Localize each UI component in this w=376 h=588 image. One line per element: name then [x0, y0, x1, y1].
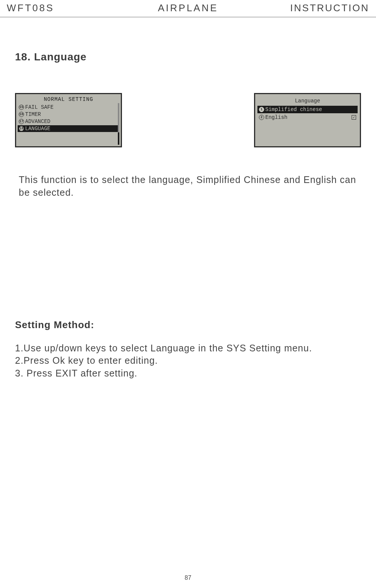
menu-item-label: LANGUAGE: [25, 126, 50, 132]
menu-item-number: 17: [19, 119, 24, 124]
menu-item-number: 1: [259, 107, 264, 112]
page-number: 87: [185, 574, 191, 581]
lcd-menu-item-advanced: 17 ADVANCED: [18, 118, 119, 125]
setting-method-heading: Setting Method:: [15, 319, 376, 331]
step-3: 3. Press EXIT after setting.: [15, 367, 376, 380]
lcd-menu-item-language: 18 LANGUAGE: [18, 125, 119, 132]
lcd-title: NORMAL SETTING: [16, 96, 121, 104]
menu-item-label: FAIL SAFE: [25, 104, 54, 110]
lcd-screenshots-row: NORMAL SETTING 15 FAIL SAFE 16 TIMER 17 …: [15, 93, 361, 147]
step-2: 2.Press Ok key to enter editing.: [15, 354, 376, 367]
section-title: 18. Language: [15, 51, 376, 63]
header-mode: AIRPLANE: [158, 2, 218, 14]
lcd-menu-item-timer: 16 TIMER: [18, 111, 119, 118]
lcd-title: Language: [255, 98, 360, 105]
lcd-language-item-simplified-chinese: 1 Simplified chinese: [257, 106, 358, 113]
menu-item-label: ADVANCED: [25, 118, 50, 124]
menu-item-number: 16: [19, 112, 24, 117]
lcd-language-item-english: 2 English ✓: [257, 114, 358, 121]
menu-item-number: 18: [19, 126, 24, 131]
menu-item-number: 2: [259, 115, 264, 120]
lcd-screen-normal-setting: NORMAL SETTING 15 FAIL SAFE 16 TIMER 17 …: [15, 93, 122, 147]
menu-item-label: Simplified chinese: [265, 106, 322, 112]
lcd-scrollbar: [118, 103, 119, 145]
step-1: 1.Use up/down keys to select Language in…: [15, 342, 376, 355]
lcd-screen-language: Language 1 Simplified chinese 2 English …: [254, 93, 361, 147]
page-header: WFT08S AIRPLANE INSTRUCTION: [0, 0, 376, 17]
header-model: WFT08S: [7, 2, 54, 14]
checkmark-icon: ✓: [352, 115, 356, 120]
lcd-menu-item-fail-safe: 15 FAIL SAFE: [18, 104, 119, 111]
menu-item-label: English: [265, 114, 287, 120]
setting-steps: 1.Use up/down keys to select Language in…: [15, 342, 376, 380]
lcd-scroll-handle: [118, 132, 119, 145]
menu-item-label: TIMER: [25, 111, 41, 117]
function-description: This function is to select the language,…: [19, 174, 357, 199]
header-doc-type: INSTRUCTION: [290, 2, 369, 14]
menu-item-number: 15: [19, 105, 24, 110]
